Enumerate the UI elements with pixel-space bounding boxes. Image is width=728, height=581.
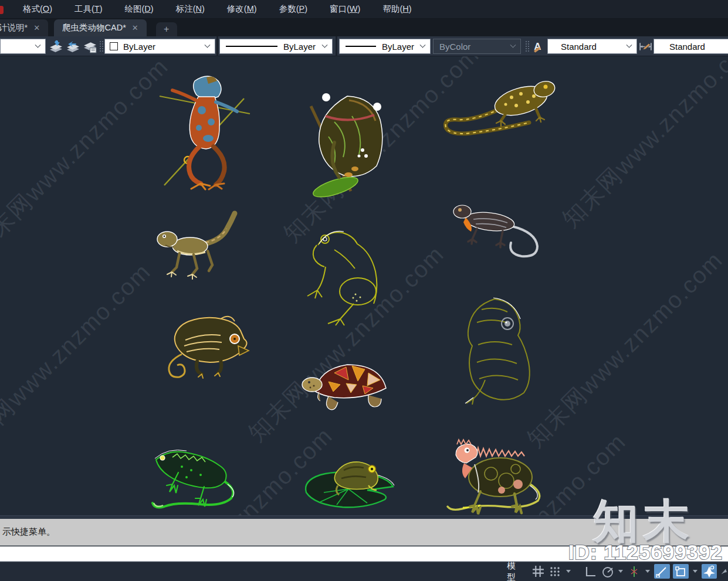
drawing-fencing-frog[interactable]	[151, 64, 254, 191]
drawing-tortoise[interactable]	[298, 349, 399, 414]
layer-state-icon[interactable]	[82, 39, 98, 55]
object-color-dropdown[interactable]: ByLayer	[104, 39, 215, 54]
layer-previous-icon[interactable]	[65, 39, 81, 55]
linetype-dropdown[interactable]: ByLayer	[219, 39, 333, 54]
tab-design-notes[interactable]: 计说明* ✕	[0, 19, 48, 36]
watermark-tile: 知末网www.znzmo.com	[0, 56, 175, 261]
chevron-down-icon[interactable]	[618, 570, 623, 573]
grid-icon[interactable]	[531, 565, 546, 579]
drawing-leopard-gecko[interactable]	[434, 73, 557, 152]
color-swatch	[110, 42, 118, 50]
chevron-down-icon	[205, 42, 211, 47]
polar-tracking-icon[interactable]	[601, 565, 615, 579]
ortho-mode-icon[interactable]	[584, 565, 598, 579]
properties-toolbar: ByLayer ByLayer ByLayer ByColor A Standa…	[0, 36, 728, 56]
watermark-tile: 知末网www.znzmo.com	[0, 256, 158, 467]
plot-style-dropdown: ByColor	[433, 39, 521, 54]
drawing-iguana[interactable]	[443, 431, 554, 515]
drawing-tree-frog[interactable]	[292, 80, 404, 200]
chevron-down-icon[interactable]	[693, 570, 697, 573]
watermark-id-number: ID: 1125699392	[568, 541, 723, 564]
watermark-tile: 知末网www.znzmo.com	[520, 244, 728, 455]
lineweight-dropdown[interactable]: ByLayer	[339, 39, 431, 54]
chevron-down-icon[interactable]	[566, 570, 571, 573]
snap-mode-icon[interactable]	[548, 565, 562, 579]
annotation-scale-icon[interactable]	[702, 564, 717, 579]
drawing-frog-on-lilypad[interactable]	[297, 450, 399, 512]
chevron-down-icon	[35, 42, 41, 47]
menu-parametric[interactable]: 参数(P)	[268, 4, 319, 15]
dim-style-dropdown[interactable]: Standard	[653, 39, 728, 54]
watermark-tile: 知末网www.znzmo.com	[555, 56, 728, 235]
drawing-orange-throat-gecko[interactable]	[449, 192, 548, 261]
menu-modify[interactable]: 修改(M)	[216, 4, 268, 15]
layer-dropdown[interactable]	[0, 39, 46, 54]
model-space-button[interactable]: 模型	[504, 560, 529, 581]
dimension-style-icon[interactable]	[638, 39, 653, 55]
menu-format[interactable]: 格式(O)	[12, 4, 63, 15]
app-icon-sliver	[0, 6, 4, 14]
new-tab-button[interactable]: +	[156, 22, 177, 36]
status-message: 示快捷菜单。	[2, 526, 55, 538]
status-toggle-cluster: 模型	[504, 562, 728, 581]
drawing-chameleon[interactable]	[155, 304, 258, 386]
lineweight-sample	[346, 46, 376, 47]
menu-bar: 格式(O) 工具(T) 绘图(D) 标注(N) 修改(M) 参数(P) 窗口(W…	[0, 0, 728, 19]
drawing-outline-frog[interactable]	[299, 220, 393, 326]
menu-draw[interactable]: 绘图(D)	[114, 4, 165, 15]
menu-tools[interactable]: 工具(T)	[63, 4, 114, 15]
chevron-down-icon	[510, 42, 516, 47]
drawing-canvas[interactable]: 知末网www.znzmo.com 知末网www.znzmo.com 知末网www…	[0, 56, 728, 515]
drawing-small-lizard[interactable]	[151, 210, 242, 285]
layer-properties-icon[interactable]	[48, 39, 64, 55]
menu-window[interactable]: 窗口(W)	[319, 4, 371, 15]
chevron-down-icon[interactable]	[645, 570, 650, 573]
close-icon[interactable]: ✕	[132, 23, 138, 32]
text-style-dropdown[interactable]: Standard	[547, 39, 637, 54]
drawing-green-lizard[interactable]	[148, 434, 250, 511]
linetype-sample	[226, 46, 277, 47]
toolbar-grip[interactable]	[99, 40, 104, 53]
object-snap-tracking-icon[interactable]	[627, 565, 641, 579]
object-snap-icon[interactable]	[654, 564, 670, 579]
chevron-down-icon	[420, 42, 426, 47]
drawing-toad-outline[interactable]	[449, 292, 543, 409]
text-style-icon[interactable]: A	[530, 39, 546, 55]
menu-dimension[interactable]: 标注(N)	[165, 4, 216, 15]
chevron-down-icon	[627, 42, 632, 47]
drawing-tab-bar: 计说明* ✕ 爬虫类动物CAD* ✕ +	[0, 19, 728, 36]
selection-cycling-icon[interactable]	[673, 564, 689, 579]
annotation-visibility-icon[interactable]	[720, 565, 728, 579]
tab-reptile-cad[interactable]: 爬虫类动物CAD* ✕	[54, 19, 147, 36]
close-icon[interactable]: ✕	[33, 23, 40, 32]
chevron-down-icon	[322, 42, 328, 47]
toolbar-grip[interactable]	[525, 40, 530, 53]
menu-help[interactable]: 帮助(H)	[371, 4, 422, 15]
